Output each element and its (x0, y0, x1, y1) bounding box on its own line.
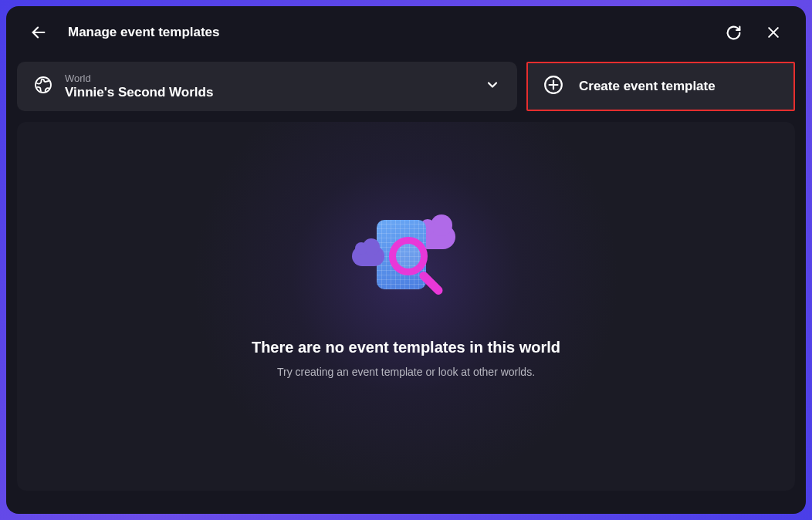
refresh-icon (726, 25, 742, 41)
manage-templates-window: Manage event templates (6, 6, 806, 514)
empty-state-subtitle: Try creating an event template or look a… (277, 366, 535, 378)
empty-state-title: There are no event templates in this wor… (252, 339, 560, 356)
back-button[interactable] (26, 20, 51, 45)
magnifier-icon (389, 237, 428, 275)
chevron-down-icon (485, 77, 500, 96)
toolbar: World Vinnie's Second Worlds Create even… (6, 62, 806, 111)
close-button[interactable] (761, 20, 786, 45)
create-button-label: Create event template (579, 79, 716, 94)
cloud-icon (352, 246, 384, 266)
create-event-template-button[interactable]: Create event template (526, 62, 795, 111)
world-selector-label: World (65, 73, 485, 84)
content-area: There are no event templates in this wor… (17, 122, 795, 491)
page-title: Manage event templates (68, 25, 220, 40)
plus-circle-icon (543, 75, 563, 98)
refresh-button[interactable] (721, 20, 746, 45)
world-selector-value: Vinnie's Second Worlds (65, 85, 485, 100)
window-header: Manage event templates (6, 6, 806, 59)
world-selector-text: World Vinnie's Second Worlds (65, 73, 485, 100)
world-selector[interactable]: World Vinnie's Second Worlds (17, 62, 517, 111)
empty-state-illustration (344, 220, 468, 312)
arrow-left-icon (30, 24, 47, 41)
close-icon (766, 25, 781, 40)
globe-icon (34, 76, 52, 97)
